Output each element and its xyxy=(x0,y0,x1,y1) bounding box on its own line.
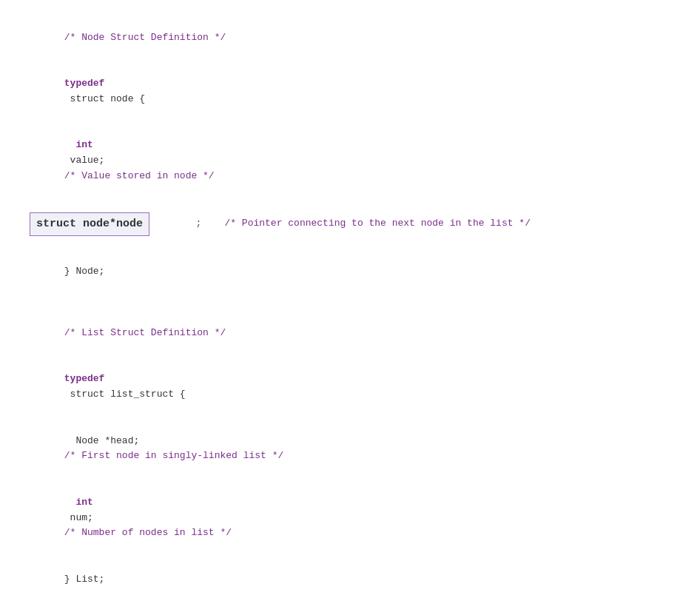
comment-head: /* First node in singly-linked list */ xyxy=(64,450,283,461)
autocomplete-suffix: ; /* Pointer connecting to the next node… xyxy=(149,201,531,247)
int-kw-2: int xyxy=(64,497,93,508)
close-brace-2: } List; xyxy=(64,574,105,585)
code-line-7: typedef struct list_struct { xyxy=(30,357,670,418)
code-line-10: } List; xyxy=(30,557,670,598)
comment-pointer: ; /* Pointer connecting to the next node… xyxy=(195,218,530,229)
code-block-top: /* Node Struct Definition */ typedef str… xyxy=(30,15,670,598)
typedef-kw-2: typedef xyxy=(64,373,105,384)
comment-num: /* Number of nodes in list */ xyxy=(64,527,232,538)
code-line-9: int num; /* Number of nodes in list */ xyxy=(30,480,670,557)
typedef-kw: typedef xyxy=(64,78,105,89)
comment-value: /* Value stored in node */ xyxy=(64,170,215,181)
code-line-1: /* Node Struct Definition */ xyxy=(30,15,670,61)
autocomplete-popup: struct node*node xyxy=(30,212,149,236)
code-line-2: typedef struct node { xyxy=(30,61,670,122)
code-line-4: struct node*node ; /* Pointer connecting… xyxy=(30,201,670,247)
code-line-6: /* List Struct Definition */ xyxy=(30,310,670,356)
code-line-5: } Node; xyxy=(30,249,670,295)
code-line-blank xyxy=(30,295,670,310)
comment-list: /* List Struct Definition */ xyxy=(64,327,226,338)
int-kw-1: int xyxy=(64,139,93,150)
comment-1: /* Node Struct Definition */ xyxy=(64,32,226,43)
close-brace-1: } Node; xyxy=(64,266,105,277)
page-top: /* Node Struct Definition */ typedef str… xyxy=(0,0,700,598)
code-text-8: Node *head; xyxy=(64,435,186,446)
code-text-2: struct node { xyxy=(64,93,145,104)
code-text-9: num; xyxy=(64,512,157,523)
code-line-3: int value; /* Value stored in node */ xyxy=(30,123,670,200)
code-text-7: struct list_struct { xyxy=(64,389,186,400)
code-text-3: value; xyxy=(64,155,221,166)
code-line-8: Node *head; /* First node in singly-link… xyxy=(30,418,670,480)
